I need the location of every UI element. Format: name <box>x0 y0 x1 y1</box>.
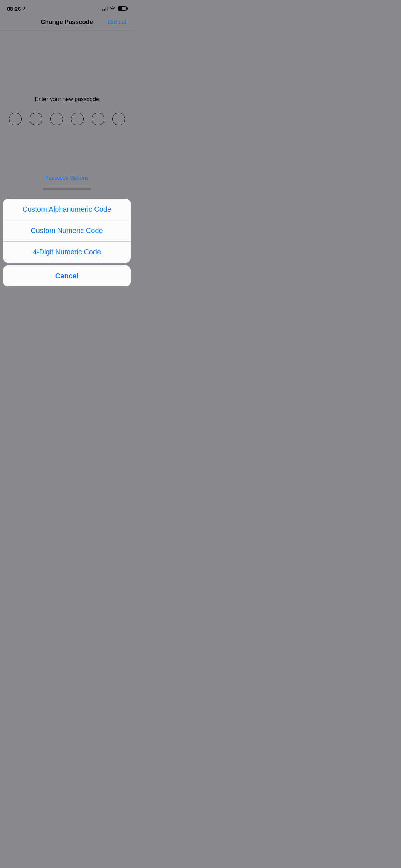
signal-icon <box>102 6 108 11</box>
cancel-button[interactable]: Cancel <box>105 19 127 26</box>
main-content: Enter your new passcode Passcode Options <box>0 30 134 191</box>
passcode-options-link[interactable]: Passcode Options <box>45 175 89 181</box>
status-icons <box>102 6 127 11</box>
nav-bar: Change Passcode Cancel <box>0 16 134 30</box>
cancel-sheet: Cancel <box>3 265 131 286</box>
custom-numeric-option[interactable]: Custom Numeric Code <box>3 220 131 242</box>
status-bar: 08:26 ↗ <box>0 0 134 16</box>
passcode-prompt: Enter your new passcode <box>35 96 99 103</box>
wifi-icon <box>110 6 115 11</box>
time-display: 08:26 <box>7 6 21 12</box>
action-sheet: Custom Alphanumeric Code Custom Numeric … <box>3 199 131 263</box>
custom-alphanumeric-option[interactable]: Custom Alphanumeric Code <box>3 199 131 220</box>
bottom-sheet-container: Custom Alphanumeric Code Custom Numeric … <box>0 199 134 289</box>
passcode-dot-3 <box>50 113 63 125</box>
home-indicator <box>43 188 91 190</box>
passcode-dot-4 <box>71 113 84 125</box>
passcode-dot-5 <box>92 113 104 125</box>
passcode-dot-6 <box>112 113 125 125</box>
passcode-dot-1 <box>9 113 22 125</box>
location-icon: ↗ <box>22 6 25 11</box>
passcode-dot-2 <box>30 113 42 125</box>
four-digit-numeric-option[interactable]: 4-Digit Numeric Code <box>3 242 131 263</box>
status-time: 08:26 ↗ <box>7 6 25 12</box>
sheet-cancel-button[interactable]: Cancel <box>3 265 131 286</box>
page-title: Change Passcode <box>29 19 105 26</box>
passcode-dots <box>9 113 125 125</box>
battery-icon <box>118 6 127 11</box>
